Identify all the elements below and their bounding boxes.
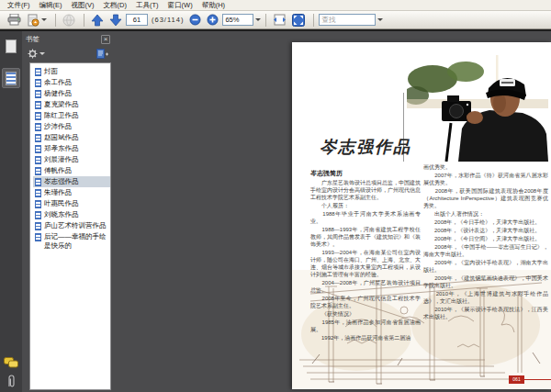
- menu-help[interactable]: 帮助(H): [197, 0, 230, 10]
- resume-left-column: 广东星艺装饰设计总项目总监，中国建筑手绘室内设计分会高级设计师，广州现代信息工程…: [310, 179, 421, 342]
- scrolling-mode-button[interactable]: [271, 13, 288, 28]
- find-dropdown-caret[interactable]: [377, 18, 383, 21]
- export-button[interactable]: [25, 13, 49, 28]
- bookmark-item[interactable]: 封面: [33, 66, 110, 77]
- pages-panel-button[interactable]: [2, 36, 20, 56]
- document-area: 书签 × 封面 余工作品 杨健作品 夏克梁作品 陈红卫作品 沙沛作品 赵国斌作品: [0, 29, 551, 392]
- bookmark-page-icon: [35, 101, 41, 109]
- bookmark-page-icon: [35, 211, 41, 219]
- menu-view[interactable]: 视图(V): [67, 0, 99, 10]
- menu-tools[interactable]: 工具(T): [131, 0, 163, 10]
- bookmark-item[interactable]: 朱瑾作品: [33, 187, 110, 198]
- toolbar-separator: [84, 14, 84, 27]
- bookmark-item[interactable]: 刘晓东作品: [33, 209, 110, 220]
- pdf-page: 岑志强作品 岑志强简历 广东星艺装饰设计总项目总监，中国建筑手绘室内设计分会高级…: [292, 42, 551, 389]
- bookmark-page-icon: [35, 167, 41, 175]
- bookmark-item[interactable]: 沙沛作品: [33, 121, 110, 132]
- printer-icon: [7, 14, 21, 26]
- bookmark-page-icon: [35, 134, 41, 142]
- toolbar-separator: [55, 14, 56, 27]
- page-count-label: (63/114): [152, 16, 184, 24]
- bookmark-item[interactable]: 庐山艺术特训营作品: [33, 220, 110, 231]
- previous-page-button[interactable]: [89, 13, 106, 28]
- bookmark-page-icon: [35, 222, 41, 230]
- zoom-in-button[interactable]: [205, 13, 220, 28]
- comments-panel-button[interactable]: [2, 353, 20, 373]
- bookmarks-list: 封面 余工作品 杨健作品 夏克梁作品 陈红卫作品 沙沛作品 赵国斌作品 郑孝东作…: [29, 62, 111, 390]
- panel-close-button[interactable]: ×: [101, 35, 110, 44]
- page-number-badge: 061: [509, 375, 524, 384]
- menu-bar: 文件(F) 编辑(E) 视图(V) 文档(D) 工具(T) 窗口(W) 帮助(H…: [0, 0, 551, 11]
- print-button[interactable]: [6, 13, 23, 28]
- bookmarks-panel-button[interactable]: [2, 68, 20, 88]
- bookmark-page-icon: [35, 178, 41, 186]
- globe-icon: [62, 14, 75, 27]
- options-gear-icon[interactable]: [28, 49, 38, 59]
- menu-document[interactable]: 文档(D): [99, 0, 131, 10]
- menu-window[interactable]: 窗口(W): [163, 0, 197, 10]
- page-title: 岑志强作品: [320, 136, 411, 158]
- fullscreen-arrows-icon: [292, 14, 305, 27]
- bookmark-item[interactable]: 叶惠民作品: [33, 198, 110, 209]
- bookmarks-panel-options: [22, 47, 114, 61]
- zoom-in-icon: [207, 14, 219, 26]
- next-page-button[interactable]: [107, 13, 124, 28]
- page-number-line: [524, 379, 551, 380]
- comments-icon: [4, 357, 19, 369]
- page-thumbnails-icon: [6, 39, 17, 53]
- pdf-reader-window: 文件(F) 编辑(E) 视图(V) 文档(D) 工具(T) 窗口(W) 帮助(H…: [0, 0, 551, 392]
- collaborate-button: [61, 13, 77, 28]
- toolbar-separator: [313, 14, 314, 27]
- zoom-out-icon: [189, 14, 201, 26]
- zoom-out-button[interactable]: [187, 13, 203, 28]
- bookmark-page-icon: [35, 145, 41, 153]
- bookmark-item-selected[interactable]: 岑志强作品: [33, 176, 110, 187]
- bookmark-item[interactable]: 夏克梁作品: [33, 99, 110, 110]
- resume-heading: 岑志强简历: [310, 169, 343, 178]
- bookmark-item[interactable]: 后记——幸福的手绘是快乐的: [33, 231, 110, 251]
- bookmark-item[interactable]: 陈红卫作品: [33, 110, 110, 121]
- fullscreen-button[interactable]: [290, 13, 307, 28]
- attachments-panel-button[interactable]: [2, 371, 20, 391]
- export-document-icon: [27, 14, 39, 27]
- author-photo: [407, 55, 548, 162]
- expand-bookmark-icon[interactable]: [96, 49, 108, 60]
- bookmark-page-icon: [35, 156, 41, 164]
- toolbar: (63/114): [0, 11, 551, 29]
- bookmarks-icon: [6, 72, 17, 85]
- bookmark-item[interactable]: 郑孝东作品: [33, 143, 110, 154]
- bookmark-item[interactable]: 赵国斌作品: [33, 132, 110, 143]
- options-dropdown-caret[interactable]: [39, 52, 45, 55]
- bookmark-page-icon: [35, 233, 41, 241]
- bookmark-page-icon: [35, 79, 41, 87]
- resume-right-column: 画优秀奖。 2007年，水彩作品《待》获河南省第八届水彩展优秀奖。 2008年，…: [423, 163, 548, 321]
- menu-edit[interactable]: 编辑(E): [35, 0, 67, 10]
- navigation-strip: [0, 31, 22, 392]
- menu-file[interactable]: 文件(F): [3, 0, 35, 10]
- bookmark-item[interactable]: 杨健作品: [33, 88, 110, 99]
- zoom-level-input[interactable]: [222, 14, 253, 26]
- bookmark-page-icon: [35, 200, 41, 208]
- bookmarks-panel-header: 书签 ×: [22, 33, 114, 46]
- zoom-dropdown-caret[interactable]: [255, 18, 261, 21]
- bookmark-item[interactable]: 刘晨潜作品: [33, 154, 110, 165]
- bookmark-page-icon: [35, 123, 41, 131]
- panel-title: 书签: [26, 35, 101, 44]
- bookmark-page-icon: [35, 90, 41, 98]
- bookmark-item[interactable]: 傅帆作品: [33, 165, 110, 176]
- bookmark-page-icon: [35, 189, 41, 197]
- fit-width-icon: [273, 14, 287, 26]
- toolbar-separator: [265, 14, 266, 27]
- arrow-up-icon: [91, 14, 104, 27]
- arrow-down-icon: [109, 14, 122, 27]
- paperclip-icon: [6, 374, 16, 388]
- bookmark-item[interactable]: 余工作品: [33, 77, 110, 88]
- find-input[interactable]: [319, 14, 376, 26]
- page-number-input[interactable]: [126, 14, 148, 26]
- bookmark-page-icon: [35, 68, 41, 76]
- export-dropdown-caret[interactable]: [41, 18, 47, 21]
- bookmark-page-icon: [35, 112, 41, 120]
